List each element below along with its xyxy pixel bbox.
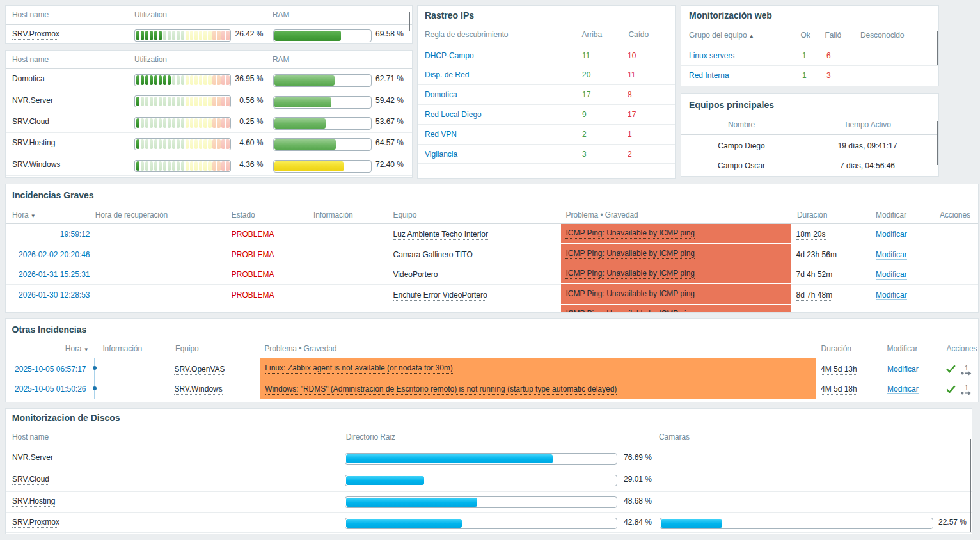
svg-text:1: 1 — [965, 385, 968, 392]
svg-text:1: 1 — [965, 365, 968, 372]
